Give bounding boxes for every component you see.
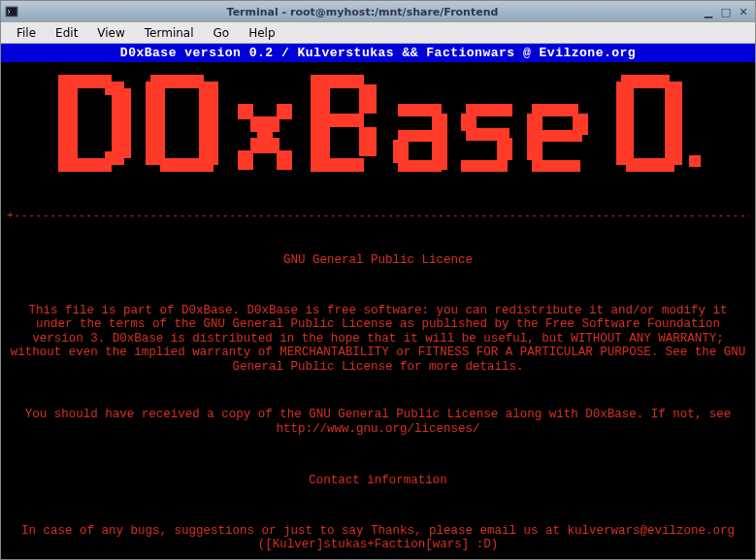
contact-heading: Contact information <box>7 474 749 488</box>
svg-rect-18 <box>238 150 253 170</box>
svg-rect-9 <box>199 82 218 165</box>
divider-top: +---------------------------------------… <box>7 209 749 221</box>
svg-rect-29 <box>393 140 409 163</box>
window-controls: ▁ □ ✕ <box>701 5 751 18</box>
svg-rect-6 <box>105 151 124 165</box>
svg-rect-10 <box>160 158 214 172</box>
content-area: +---------------------------------------… <box>1 181 755 559</box>
svg-rect-23 <box>311 114 364 127</box>
menu-help[interactable]: Help <box>239 24 284 42</box>
svg-rect-0 <box>6 7 17 16</box>
app-header-bar: D0xBase version 0.2 / Kulverstukas && Fa… <box>1 44 755 62</box>
svg-rect-39 <box>532 130 582 142</box>
contact-body: In case of any bugs, suggestions or just… <box>7 524 749 552</box>
svg-rect-20 <box>311 75 364 88</box>
menu-terminal[interactable]: Terminal <box>135 24 204 42</box>
menubar: File Edit View Terminal Go Help <box>1 22 755 44</box>
svg-rect-35 <box>461 160 508 172</box>
menu-go[interactable]: Go <box>204 24 240 42</box>
svg-rect-1 <box>58 75 112 88</box>
ascii-banner <box>1 62 755 181</box>
svg-rect-40 <box>532 160 580 172</box>
license-body2: You should have received a copy of the G… <box>7 408 749 436</box>
menu-edit[interactable]: Edit <box>46 24 87 42</box>
svg-rect-45 <box>689 155 701 167</box>
app-window: Terminal - root@myhost:/mnt/share/Fronte… <box>0 0 756 560</box>
menu-file[interactable]: File <box>7 24 46 42</box>
svg-rect-34 <box>497 138 512 160</box>
svg-rect-44 <box>626 158 674 172</box>
svg-rect-4 <box>112 88 131 158</box>
svg-rect-19 <box>277 150 292 170</box>
menu-view[interactable]: View <box>87 24 134 42</box>
svg-rect-8 <box>146 82 165 165</box>
close-button[interactable]: ✕ <box>736 5 751 18</box>
svg-rect-25 <box>311 158 364 172</box>
license-body: This file is part of D0xBase. D0xBase is… <box>7 304 749 375</box>
window-title: Terminal - root@myhost:/mnt/share/Fronte… <box>24 6 701 18</box>
license-heading: GNU General Public Licence <box>7 253 749 268</box>
terminal-area[interactable]: D0xBase version 0.2 / Kulverstukas && Fa… <box>1 44 755 559</box>
svg-rect-5 <box>58 158 112 172</box>
svg-rect-42 <box>616 82 634 165</box>
svg-rect-22 <box>359 84 377 114</box>
svg-rect-24 <box>359 127 377 156</box>
maximize-button[interactable]: □ <box>718 5 734 18</box>
terminal-icon <box>5 5 18 18</box>
svg-rect-43 <box>665 82 682 165</box>
titlebar[interactable]: Terminal - root@myhost:/mnt/share/Fronte… <box>1 1 755 22</box>
minimize-button[interactable]: ▁ <box>701 5 716 18</box>
svg-rect-30 <box>398 160 442 172</box>
svg-rect-3 <box>58 88 78 158</box>
